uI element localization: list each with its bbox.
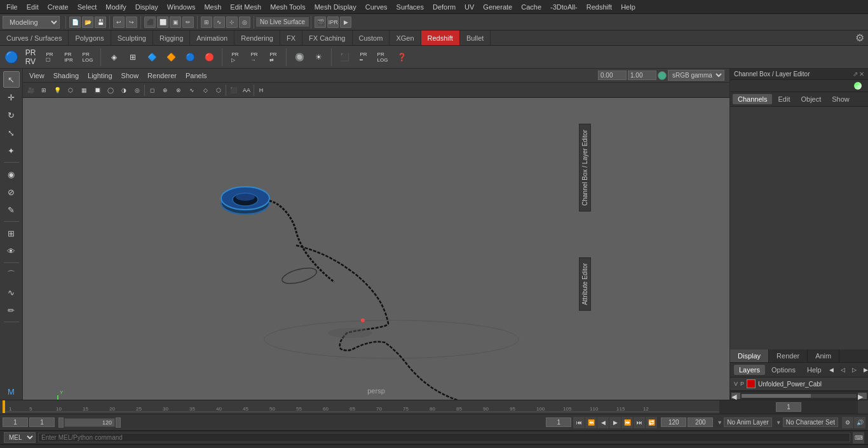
maya-icon[interactable]: M (3, 383, 20, 400)
snap-point-icon[interactable]: ⊹ (226, 17, 238, 28)
vp-wire-icon[interactable]: ▦ (78, 85, 90, 96)
redo-icon[interactable]: ↪ (126, 17, 137, 28)
tab-fx[interactable]: FX (280, 31, 302, 45)
step-fwd-btn[interactable]: ⏩ (621, 417, 633, 428)
vp-smooth-icon[interactable]: ◯ (104, 85, 117, 96)
undo-icon[interactable]: ↩ (113, 17, 125, 28)
current-frame-display[interactable] (776, 402, 801, 412)
display-tab-display[interactable]: Display (730, 350, 769, 362)
shelf-pr-icon-3[interactable]: PR⇄ (264, 48, 282, 66)
ep-curve-tool[interactable]: ∿ (3, 284, 20, 301)
vp-menu-shading[interactable]: Shading (50, 71, 83, 81)
select-by-paint-icon[interactable]: ✏ (182, 17, 194, 28)
command-kbd-icon[interactable]: ⌨ (853, 432, 864, 444)
shelf-icon-4[interactable]: PRIPR (60, 48, 78, 66)
show-hide-tool[interactable]: 👁 (3, 243, 20, 259)
max-frame-input[interactable] (688, 417, 713, 427)
tab-curves-surfaces[interactable]: Curves / Surfaces (0, 31, 69, 45)
layer-tab-layers[interactable]: Layers (734, 365, 765, 375)
panel-float-icon[interactable]: ⇗ (853, 71, 858, 78)
menu-generate[interactable]: Generate (479, 2, 516, 12)
vp-shadow-icon[interactable]: ◑ (118, 85, 130, 96)
menu-curves[interactable]: Curves (362, 2, 391, 12)
menu-display[interactable]: Display (132, 2, 162, 12)
shelf-icon-3[interactable]: PR☐ (41, 48, 58, 66)
universal-tool[interactable]: ✦ (3, 142, 20, 159)
vp-joint-icon[interactable]: ⊕ (159, 85, 172, 96)
vp-texture-icon[interactable]: 🔲 (91, 85, 104, 96)
scroll-thumb[interactable] (742, 394, 811, 398)
shelf-mat-icon-2[interactable]: PR━ (355, 48, 372, 66)
right-scrollbar[interactable]: ◀ ▶ (730, 391, 868, 400)
menu-redshift[interactable]: Redshift (583, 2, 616, 12)
shelf-rs-icon-2[interactable]: ⊞ (124, 48, 142, 66)
vp-isolate-icon[interactable]: ◻ (146, 85, 158, 96)
select-by-component-icon[interactable]: ▣ (170, 17, 181, 28)
lasso-tool[interactable]: ⊘ (3, 184, 20, 200)
gamma-value-input[interactable] (598, 71, 627, 80)
right-current-frame[interactable] (546, 417, 571, 427)
range-handle-left[interactable] (58, 417, 64, 428)
scale-tool[interactable]: ⤡ (3, 125, 20, 141)
no-anim-layer-dropdown[interactable]: No Anim Layer (724, 417, 772, 427)
scroll-left-btn[interactable]: ◀ (731, 393, 740, 399)
display-tab-render[interactable]: Render (769, 350, 808, 362)
layer-tab-help[interactable]: Help (802, 365, 827, 375)
step-back-btn[interactable]: ⏪ (585, 417, 597, 428)
vp-menu-lighting[interactable]: Lighting (84, 71, 116, 81)
tab-polygons[interactable]: Polygons (69, 31, 111, 45)
menu-select[interactable]: Select (74, 2, 101, 12)
display-tab-anim[interactable]: Anim (808, 350, 839, 362)
tab-rendering[interactable]: Rendering (234, 31, 280, 45)
shelf-rs-icon-5[interactable]: 🔵 (181, 48, 199, 66)
menu-meshtools[interactable]: Mesh Tools (266, 2, 309, 12)
vp-camera-icon[interactable]: 🎥 (24, 85, 37, 96)
menu-uv[interactable]: UV (461, 2, 478, 12)
transform-tool[interactable]: ✛ (3, 89, 20, 105)
render-current-icon[interactable]: ▶ (340, 17, 351, 28)
ipr-icon[interactable]: IPR (327, 17, 339, 28)
vp-grid-icon[interactable]: ⊞ (37, 85, 50, 96)
range-end-display[interactable] (93, 419, 112, 426)
shelf-sun-icon[interactable]: ☀ (309, 48, 327, 66)
range-start-input2[interactable] (29, 417, 55, 427)
prev-frame-btn[interactable]: ◀ (597, 417, 609, 428)
select-tool[interactable]: ↖ (3, 71, 20, 88)
vp-menu-panels[interactable]: Panels (182, 71, 211, 81)
select-by-hierarchy-icon[interactable]: ⬛ (144, 17, 156, 28)
shelf-rs-icon-6[interactable]: 🔴 (200, 48, 218, 66)
timeline-track[interactable]: 1 5 10 15 20 25 30 35 40 45 50 55 60 65 … (3, 400, 719, 414)
shelf-settings-icon[interactable]: ⚙ (851, 31, 868, 45)
shelf-icon-5[interactable]: PRLOG (79, 48, 97, 66)
open-scene-icon[interactable]: 📂 (82, 17, 93, 28)
range-handle-right[interactable] (116, 417, 121, 428)
vp-subdiv-icon[interactable]: ⬡ (212, 85, 225, 96)
mel-select[interactable]: MEL (4, 432, 36, 443)
menu-meshdisplay[interactable]: Mesh Display (311, 2, 360, 12)
shelf-pr-icon-2[interactable]: PR→ (245, 48, 263, 66)
range-start-input[interactable] (3, 417, 28, 427)
vp-resolution-icon[interactable]: ⬛ (227, 85, 240, 96)
menu-edit[interactable]: Edit (23, 2, 43, 12)
vp-nurbs-icon[interactable]: ∿ (186, 85, 198, 96)
tab-redshift[interactable]: Redshift (421, 31, 460, 45)
no-char-set-dropdown[interactable]: No Character Set (783, 417, 838, 427)
menu-windows[interactable]: Windows (163, 2, 200, 12)
skip-to-end-btn[interactable]: ⏭ (634, 417, 645, 428)
tab-animation[interactable]: Animation (190, 31, 234, 45)
range-slider[interactable] (64, 418, 115, 427)
snap-curve-icon[interactable]: ∿ (214, 17, 225, 28)
layer-next-icon[interactable]: ▶ (861, 365, 868, 375)
snap-surface-icon[interactable]: ◎ (239, 17, 250, 28)
new-scene-icon[interactable]: 📄 (69, 17, 81, 28)
vp-hud-icon[interactable]: H (255, 85, 268, 96)
vp-xray-icon[interactable]: ◎ (131, 85, 144, 96)
tab-show[interactable]: Show (827, 94, 855, 104)
color-profile-select[interactable]: sRGB gamma (668, 70, 724, 81)
menu-mesh[interactable]: Mesh (200, 2, 225, 12)
vp-aa-icon[interactable]: AA (240, 85, 253, 96)
menu-deform[interactable]: Deform (429, 2, 459, 12)
vp-deformer-icon[interactable]: ⊗ (172, 85, 185, 96)
tab-rigging[interactable]: Rigging (153, 31, 190, 45)
shelf-dome-icon[interactable]: 🔘 (290, 48, 308, 66)
